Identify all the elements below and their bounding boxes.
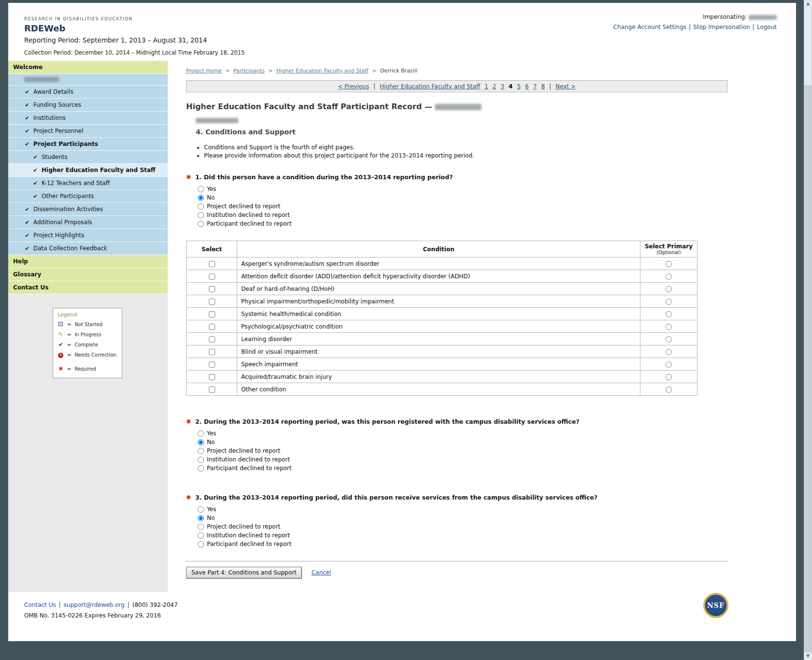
legend-item-not-started: = Not Started [58,322,117,327]
primary-condition-radio[interactable] [666,387,672,393]
pager-page-5[interactable]: 5 [517,83,521,90]
sidebar-item-project-highlights[interactable]: ✔ Project Highlights [8,229,168,242]
question-3-text: 3. During the 2013–2014 reporting period… [195,494,597,501]
condition-checkbox[interactable] [209,349,215,355]
primary-condition-radio[interactable] [666,349,672,355]
question-3-no-radio[interactable] [198,515,204,521]
condition-checkbox[interactable] [209,336,215,343]
footer-contact-us-link[interactable]: Contact Us [24,602,56,608]
asterisk-icon: ✱ [58,366,64,372]
question-2-no-radio[interactable] [198,439,204,445]
separator: | [689,24,691,30]
primary-condition-radio[interactable] [666,361,672,368]
table-row: Learning disorder [187,333,697,345]
question-1-project-declined-radio[interactable] [198,203,204,210]
condition-checkbox[interactable] [209,374,215,380]
breadcrumb-higher-education-faculty-and-staff[interactable]: Higher Education Faculty and Staff [276,68,369,74]
sidebar-item-additional-proposals[interactable]: ✔ Additional Proposals [8,216,168,229]
pager-page-8[interactable]: 8 [541,83,545,90]
page-title: Higher Education Faculty and Staff Parti… [186,102,727,111]
condition-checkbox[interactable] [209,299,215,305]
sidebar-item-help[interactable]: Help [8,255,168,268]
question-2-institution-declined-radio[interactable] [198,457,204,463]
separator: | [128,602,130,608]
question-2-participant-declined-radio[interactable] [198,465,204,472]
sidebar-item-institutions[interactable]: ✔ Institutions [8,112,168,125]
primary-condition-radio[interactable] [666,273,672,280]
condition-checkbox[interactable] [209,311,215,317]
question-2-yes-radio[interactable] [198,430,204,437]
column-header-select-primary: Select Primary (Optional) [640,241,697,258]
condition-checkbox[interactable] [209,324,215,330]
question-3-yes-radio[interactable] [198,506,204,513]
question-1-participant-declined-radio[interactable] [198,221,204,227]
primary-condition-radio[interactable] [666,286,672,292]
scroll-down-icon[interactable]: ▼ [804,652,812,660]
pager-page-2[interactable]: 2 [493,83,496,90]
section-heading: 4. Conditions and Support [196,128,727,136]
sidebar-item-funding-sources[interactable]: ✔ Funding Sources [8,99,168,112]
pager-page-7[interactable]: 7 [533,83,537,90]
radio-option-institution-declined: Institution declined to report [198,456,727,463]
question-1-institution-declined-radio[interactable] [198,212,204,218]
pager-page-6[interactable]: 6 [525,83,529,90]
pager-section-link[interactable]: Higher Education Faculty and Staff [380,83,480,90]
radio-option-institution-declined: Institution declined to report [198,532,727,539]
scrollbar[interactable]: ▲ ▼ [804,0,812,660]
question-1-yes-radio[interactable] [198,186,204,192]
sidebar-item-contact-us[interactable]: Contact Us [8,281,168,294]
logout-link[interactable]: Logout [757,24,777,30]
omb-notice: OMB No. 3145-0226 Expires February 29, 2… [24,612,777,619]
change-account-settings-link[interactable]: Change Account Settings [613,24,686,30]
primary-condition-radio[interactable] [666,336,672,343]
question-1: ✱ 1. Did this person have a condition du… [186,173,727,181]
legend-item-required: ✱ = Required [58,366,117,372]
primary-condition-radio[interactable] [666,374,672,380]
save-part-4-button[interactable]: Save Part 4: Conditions and Support [186,567,302,578]
primary-condition-radio[interactable] [666,311,672,317]
question-3-participant-declined-radio[interactable] [198,541,204,547]
form-actions: Save Part 4: Conditions and Support Canc… [186,567,727,578]
question-3-project-declined-radio[interactable] [198,524,204,530]
sidebar-item-project-personnel[interactable]: ✔ Project Personnel [8,125,168,138]
primary-condition-radio[interactable] [666,324,672,330]
sidebar-item-other-participants[interactable]: ✔ Other Participants [8,190,168,203]
sidebar-item-k12-teachers-and-staff[interactable]: ✔ K-12 Teachers and Staff [8,177,168,190]
sidebar-item-higher-education-faculty-and-staff[interactable]: ✔ Higher Education Faculty and Staff [8,164,168,177]
breadcrumb-participants[interactable]: Participants [233,68,265,74]
sidebar-item-glossary[interactable]: Glossary [8,268,168,281]
condition-checkbox[interactable] [209,361,215,368]
sidebar-item-project-participants[interactable]: ✔ Project Participants [8,138,168,151]
footer-email-link[interactable]: support@rdeweb.org [64,602,125,608]
radio-option-label: No [207,194,215,201]
question-2-project-declined-radio[interactable] [198,448,204,454]
sidebar-item-data-collection-feedback[interactable]: ✔ Data Collection Feedback [8,242,168,255]
nsf-logo-icon: NSF [703,593,728,618]
breadcrumb-project-home[interactable]: Project Home [186,68,222,74]
primary-condition-radio[interactable] [666,299,672,305]
condition-checkbox[interactable] [209,286,215,292]
pager-previous-link[interactable]: < Previous [338,83,369,90]
sidebar-item-award-details[interactable]: ✔ Award Details [8,86,168,99]
footer-phone: (800) 392-2047 [132,602,178,608]
sidebar-item-welcome[interactable]: Welcome [8,61,168,74]
cancel-link[interactable]: Cancel [311,569,331,576]
pager-page-1[interactable]: 1 [484,83,488,90]
condition-checkbox[interactable] [209,273,215,280]
redacted-record-id-line [196,115,727,125]
sidebar-item-students[interactable]: ✔ Students [8,151,168,164]
sidebar-item-award-number[interactable] [8,74,168,86]
question-3-institution-declined-radio[interactable] [198,532,204,539]
check-icon: ✔ [24,128,30,134]
scrollbar-thumb[interactable] [804,8,812,85]
condition-checkbox[interactable] [209,261,215,267]
condition-checkbox[interactable] [209,387,215,393]
legend-item-needs-correction: ✕ = Needs Correction [58,352,117,358]
pager-page-3[interactable]: 3 [501,83,505,90]
primary-condition-radio[interactable] [666,261,672,267]
sidebar-item-dissemination-activities[interactable]: ✔ Dissemination Activities [8,203,168,216]
scroll-up-icon[interactable]: ▲ [804,0,812,8]
stop-impersonation-link[interactable]: Stop Impersonation [693,24,750,30]
pager-next-link[interactable]: Next > [555,83,576,90]
question-1-no-radio[interactable] [198,195,204,201]
